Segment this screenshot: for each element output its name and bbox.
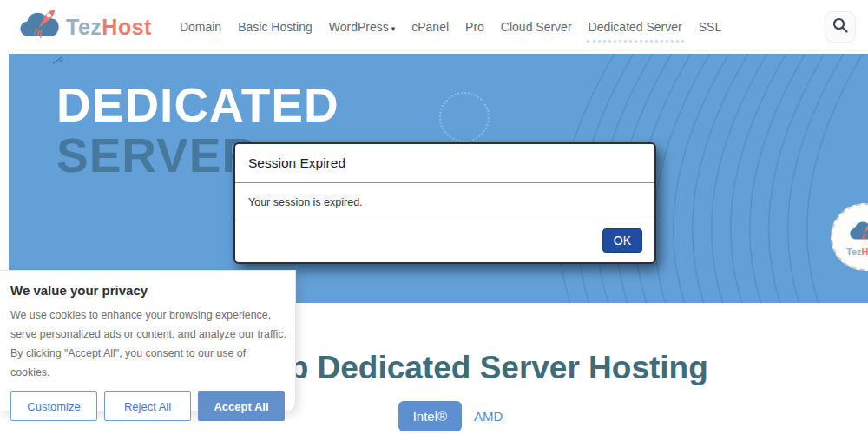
dialog-title: Session Expired	[235, 144, 654, 183]
tab-amd[interactable]: AMD	[474, 409, 503, 424]
dialog-footer: OK	[235, 220, 654, 262]
logo-text-host: Host	[102, 15, 152, 39]
cookie-consent-banner: We value your privacy We use cookies to …	[0, 270, 296, 411]
customize-button[interactable]: Customize	[10, 391, 97, 421]
hero-title-line1: DEDICATED	[56, 80, 339, 130]
nav-item-wordpress[interactable]: WordPress▾	[329, 15, 396, 39]
dotted-circle-decoration	[439, 92, 490, 142]
nav-item-dedicated-server[interactable]: Dedicated Server	[589, 15, 682, 39]
cookie-description: We use cookies to enhance your browsing …	[10, 306, 288, 382]
site-header: TezHost Domain Basic Hosting WordPress▾ …	[0, 0, 868, 54]
main-navigation: Domain Basic Hosting WordPress▾ cPanel P…	[180, 15, 721, 39]
cloud-rocket-logo-icon	[17, 6, 62, 48]
tezhost-logo[interactable]: TezHost	[17, 6, 152, 48]
reject-all-button[interactable]: Reject All	[104, 391, 191, 421]
badge-cloud-rocket-icon	[847, 217, 868, 248]
slash-decoration	[50, 56, 66, 64]
nav-item-cpanel[interactable]: cPanel	[411, 15, 449, 39]
nav-item-pro[interactable]: Pro	[465, 15, 484, 39]
ok-button[interactable]: OK	[602, 228, 642, 253]
nav-item-domain[interactable]: Domain	[180, 15, 221, 39]
cookie-title: We value your privacy	[10, 283, 285, 298]
nav-item-basic-hosting[interactable]: Basic Hosting	[238, 15, 312, 39]
search-icon	[832, 16, 849, 37]
nav-item-cloud-server[interactable]: Cloud Server	[501, 15, 572, 39]
accept-all-button[interactable]: Accept All	[198, 391, 285, 421]
session-expired-dialog: Session Expired Your session is expired.…	[233, 142, 656, 264]
cookie-buttons: Customize Reject All Accept All	[10, 391, 285, 421]
logo-wordmark: TezHost	[66, 15, 152, 40]
search-button[interactable]	[825, 11, 856, 43]
chevron-down-icon: ▾	[391, 24, 396, 33]
nav-item-ssl[interactable]: SSL	[699, 15, 721, 39]
badge-wordmark: TezHost	[846, 247, 868, 257]
dialog-message: Your session is expired.	[235, 183, 654, 220]
tab-intel[interactable]: Intel®	[398, 401, 462, 431]
logo-text-tez: Tez	[66, 15, 102, 39]
